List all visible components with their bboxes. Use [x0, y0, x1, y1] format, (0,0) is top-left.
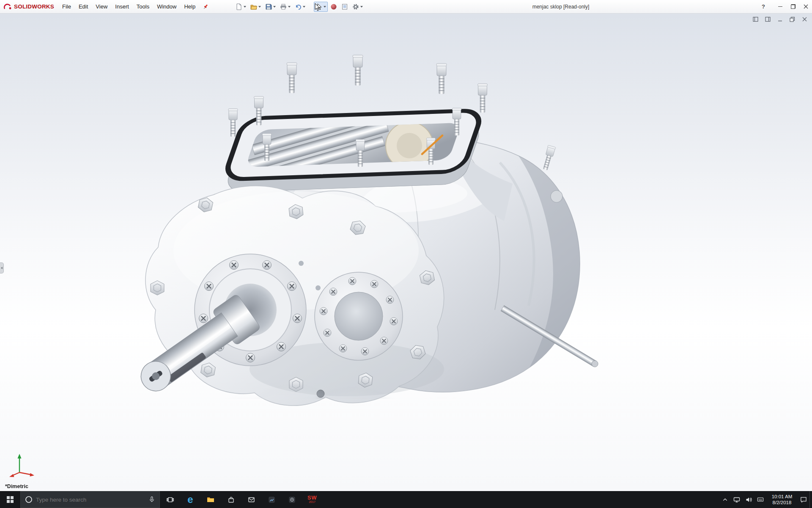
cortana-icon [25, 496, 33, 503]
z-axis [13, 472, 19, 475]
options-button[interactable] [351, 2, 365, 12]
menu-window[interactable]: Window [153, 0, 180, 14]
taskbar-search-box[interactable] [20, 491, 160, 508]
volume-button[interactable] [743, 491, 754, 508]
menu-bar: File Edit View Insert Tools Window Help [58, 0, 199, 14]
taskbar-store-button[interactable] [221, 491, 241, 508]
hidden-icons-button[interactable] [719, 491, 731, 508]
standard-toolbar [234, 2, 365, 12]
undo-button[interactable] [293, 2, 307, 12]
show-desktop-button[interactable] [809, 491, 812, 508]
doc-minimize-button[interactable] [777, 16, 783, 22]
select-tool-button[interactable] [314, 2, 328, 12]
microphone-icon[interactable] [148, 496, 155, 503]
app-logo-text: SOLIDWORKS [14, 3, 54, 10]
file-explorer-icon [207, 496, 214, 503]
chevron-up-icon [722, 497, 728, 503]
taskbar-solidworks-button[interactable]: SW 2017 [302, 491, 322, 508]
doc-close-button[interactable] [801, 16, 808, 22]
menu-file[interactable]: File [58, 0, 75, 14]
taskbar-pinned-app-2-button[interactable] [282, 491, 302, 508]
taskbar-pinned-app-1-button[interactable] [261, 491, 282, 508]
solidworks-app-icon: SW 2017 [307, 495, 317, 504]
orientation-triad [5, 448, 36, 480]
open-button[interactable] [249, 2, 263, 12]
drawing-sheet-button[interactable] [340, 2, 350, 12]
appearance-sphere-icon [330, 3, 337, 10]
system-tray: 10:01 AM 8/2/2018 [719, 491, 812, 508]
drawing-sheet-icon [341, 3, 348, 10]
graphics-viewport[interactable]: *Dimetric [0, 14, 812, 491]
restore-icon [791, 4, 796, 9]
x-axis [19, 472, 30, 475]
view-orientation-label: *Dimetric [5, 483, 28, 489]
model-reflection [132, 388, 599, 491]
action-center-icon [800, 496, 807, 503]
windows-logo-icon [7, 496, 14, 503]
save-floppy-icon [265, 3, 272, 10]
taskbar-file-explorer-button[interactable] [200, 491, 221, 508]
network-button[interactable] [731, 491, 743, 508]
minimize-button[interactable] [774, 0, 787, 14]
menu-help[interactable]: Help [180, 0, 199, 14]
pin-menu-button[interactable] [201, 2, 210, 11]
taskbar-clock[interactable]: 10:01 AM 8/2/2018 [766, 491, 798, 508]
search-input[interactable] [36, 497, 145, 503]
gearbox-3d-scene[interactable] [0, 14, 812, 491]
close-icon [804, 4, 808, 9]
document-title: menjac sklop [Read-only] [532, 0, 590, 14]
help-button[interactable]: ? [757, 0, 770, 14]
print-button[interactable] [278, 2, 292, 12]
menu-insert[interactable]: Insert [111, 0, 133, 14]
save-button[interactable] [263, 2, 277, 12]
new-document-icon [236, 3, 242, 10]
menu-tools[interactable]: Tools [133, 0, 153, 14]
task-view-button[interactable] [160, 491, 180, 508]
mail-envelope-icon [248, 496, 255, 503]
appearance-button[interactable] [329, 2, 339, 12]
open-folder-icon [250, 3, 257, 10]
close-button[interactable] [799, 0, 812, 14]
feature-manager-splitter-tab[interactable] [0, 262, 4, 273]
doc-pane-left-button[interactable] [752, 16, 759, 22]
start-button[interactable] [0, 491, 20, 508]
new-document-button[interactable] [234, 2, 248, 12]
document-window-controls [752, 16, 808, 22]
pushpin-icon [203, 4, 208, 10]
clock-date: 8/2/2018 [772, 500, 793, 505]
speaker-icon [745, 496, 752, 503]
touch-keyboard-button[interactable] [754, 491, 766, 508]
action-center-button[interactable] [798, 491, 809, 508]
pinned-app-2-icon [288, 496, 296, 503]
menu-edit[interactable]: Edit [75, 0, 92, 14]
gearbox-assembly-model[interactable] [132, 55, 599, 406]
minimize-icon [778, 6, 782, 7]
store-bag-icon [228, 496, 235, 503]
edge-icon: e [187, 494, 193, 505]
keyboard-icon [757, 496, 764, 503]
doc-pane-right-button[interactable] [765, 16, 771, 22]
task-view-icon [167, 496, 174, 503]
windows-taskbar: e [0, 491, 812, 508]
solidworks-logo-icon [3, 3, 12, 11]
pinned-app-1-icon [268, 496, 275, 503]
options-gear-icon [352, 3, 359, 10]
network-icon [733, 496, 740, 503]
window-controls: ? [757, 0, 812, 14]
restore-button[interactable] [787, 0, 799, 14]
taskbar-mail-button[interactable] [241, 491, 261, 508]
clock-time: 10:01 AM [772, 494, 793, 500]
taskbar-edge-button[interactable]: e [180, 491, 200, 508]
menu-view[interactable]: View [92, 0, 111, 14]
title-bar: SOLIDWORKS File Edit View Insert Tools W… [0, 0, 812, 14]
print-icon [280, 3, 287, 10]
doc-restore-button[interactable] [789, 16, 796, 22]
solidworks-logo: SOLIDWORKS [0, 3, 58, 11]
undo-icon [295, 3, 302, 10]
select-arrow-icon [315, 3, 322, 10]
